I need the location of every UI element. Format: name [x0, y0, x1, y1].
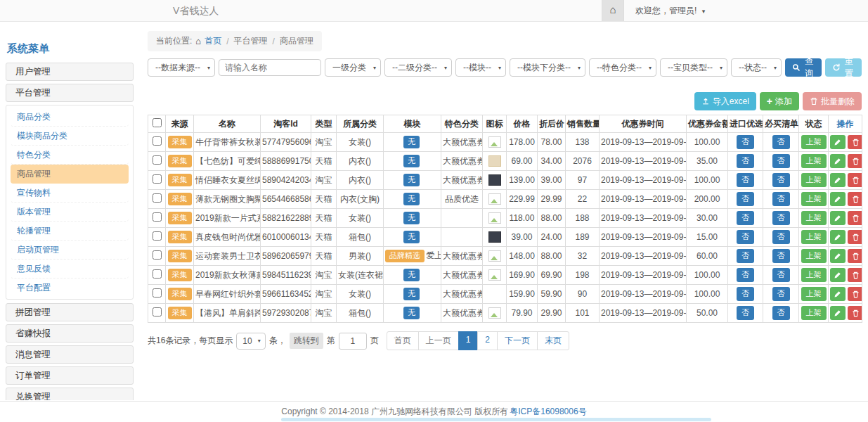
sidebar-section[interactable]: 兑换管理	[6, 388, 134, 400]
must-buy-toggle[interactable]: 否	[772, 173, 790, 186]
page-number-input[interactable]	[339, 333, 367, 350]
status-badge[interactable]: 上架	[801, 192, 827, 205]
must-buy-toggle[interactable]: 否	[772, 230, 790, 243]
breadcrumb-home-link[interactable]: 首页	[205, 35, 221, 47]
sidebar-section[interactable]: 用户管理	[6, 63, 134, 81]
reset-button[interactable]: 重置	[825, 58, 862, 77]
row-checkbox[interactable]	[153, 136, 162, 146]
filter-select-source[interactable]: --数据来源-- ▾	[148, 58, 215, 77]
filter-select[interactable]: --模块下分类-- ▾	[510, 58, 585, 77]
edit-button[interactable]	[830, 287, 846, 301]
row-checkbox[interactable]	[153, 250, 162, 260]
delete-button[interactable]	[848, 173, 862, 187]
delete-button[interactable]	[848, 230, 862, 244]
row-checkbox[interactable]	[153, 155, 162, 165]
select-all-checkbox[interactable]	[153, 118, 162, 127]
pager-button[interactable]: 下一页	[497, 331, 538, 350]
sidebar-section[interactable]: 订单管理	[6, 366, 134, 385]
edit-button[interactable]	[830, 249, 846, 263]
delete-button[interactable]	[848, 249, 862, 263]
must-buy-toggle[interactable]: 否	[772, 135, 790, 148]
sidebar-section[interactable]: 拼团管理	[6, 303, 134, 321]
status-badge[interactable]: 上架	[801, 211, 827, 224]
add-button[interactable]: + 添加	[760, 92, 799, 110]
must-buy-toggle[interactable]: 否	[772, 268, 790, 281]
status-badge[interactable]: 上架	[801, 154, 827, 167]
jump-to-button[interactable]: 跳转到	[290, 333, 323, 349]
filter-select[interactable]: --宝贝类型-- ▾	[660, 58, 727, 77]
filter-select[interactable]: --二级分类-- ▾	[384, 58, 452, 77]
sidebar-submenu-item[interactable]: 商品分类	[11, 108, 129, 127]
import-select-toggle[interactable]: 否	[737, 173, 754, 186]
delete-button[interactable]	[848, 192, 862, 206]
import-select-toggle[interactable]: 否	[737, 306, 754, 319]
import-select-toggle[interactable]: 否	[737, 211, 754, 224]
import-excel-button[interactable]: 导入excel	[694, 92, 756, 110]
must-buy-toggle[interactable]: 否	[772, 211, 790, 224]
status-badge[interactable]: 上架	[801, 135, 827, 148]
pager-button[interactable]: 首页	[387, 331, 419, 350]
pager-button[interactable]: 2	[477, 331, 498, 350]
sidebar-submenu-item[interactable]: 模块商品分类	[11, 127, 129, 146]
sidebar-section[interactable]: 省赚快报	[6, 324, 134, 343]
status-badge[interactable]: 上架	[801, 287, 827, 300]
sidebar-submenu-item[interactable]: 启动页管理	[11, 241, 129, 260]
edit-button[interactable]	[830, 135, 846, 149]
edit-button[interactable]	[830, 192, 846, 206]
import-select-toggle[interactable]: 否	[737, 135, 754, 148]
row-checkbox[interactable]	[153, 212, 162, 222]
import-select-toggle[interactable]: 否	[737, 192, 754, 205]
delete-button[interactable]	[848, 135, 862, 149]
row-checkbox[interactable]	[153, 269, 162, 279]
must-buy-toggle[interactable]: 否	[772, 192, 790, 205]
edit-button[interactable]	[830, 306, 846, 320]
delete-button[interactable]	[848, 268, 862, 282]
status-badge[interactable]: 上架	[801, 306, 827, 319]
must-buy-toggle[interactable]: 否	[772, 249, 790, 262]
delete-button[interactable]	[848, 287, 862, 301]
filter-select[interactable]: --状态-- ▾	[731, 58, 782, 77]
user-menu[interactable]: 欢迎您，管理员! ▾	[635, 0, 705, 22]
sidebar-section[interactable]: 消息管理	[6, 345, 134, 364]
filter-select[interactable]: --模块-- ▾	[455, 58, 506, 77]
filter-select[interactable]: --特色分类-- ▾	[589, 58, 656, 77]
pager-button[interactable]: 末页	[537, 331, 569, 350]
row-checkbox[interactable]	[153, 307, 162, 316]
must-buy-toggle[interactable]: 否	[772, 154, 790, 167]
home-button[interactable]: ⌂	[602, 0, 624, 21]
status-badge[interactable]: 上架	[801, 249, 827, 262]
import-select-toggle[interactable]: 否	[737, 230, 754, 243]
import-select-toggle[interactable]: 否	[737, 268, 754, 281]
row-checkbox[interactable]	[153, 193, 162, 203]
import-select-toggle[interactable]: 否	[737, 154, 754, 167]
name-search-input[interactable]	[219, 59, 321, 76]
page-size-select[interactable]: 10 ▾	[236, 333, 265, 350]
row-checkbox[interactable]	[153, 288, 162, 298]
sidebar-submenu-item[interactable]: 宣传物料	[11, 184, 129, 203]
must-buy-toggle[interactable]: 否	[772, 287, 790, 300]
sidebar-submenu-item[interactable]: 平台配置	[11, 279, 129, 297]
sidebar-submenu-item[interactable]: 版本管理	[11, 203, 129, 222]
edit-button[interactable]	[830, 173, 846, 187]
edit-button[interactable]	[830, 211, 846, 225]
pager-button[interactable]: 上一页	[418, 331, 459, 350]
edit-button[interactable]	[830, 268, 846, 282]
filter-select[interactable]: 一级分类 ▾	[325, 58, 381, 77]
sidebar-submenu-item[interactable]: 意见反馈	[11, 260, 129, 279]
sidebar-submenu-item[interactable]: 商品管理	[11, 165, 129, 184]
pager-button[interactable]: 1	[458, 331, 479, 350]
icp-link[interactable]: 粤ICP备16098006号	[510, 406, 586, 418]
delete-button[interactable]	[848, 154, 862, 168]
status-badge[interactable]: 上架	[801, 268, 827, 281]
import-select-toggle[interactable]: 否	[737, 287, 754, 300]
sidebar-submenu-item[interactable]: 轮播管理	[11, 222, 129, 241]
delete-button[interactable]	[848, 306, 862, 320]
sidebar-section[interactable]: 平台管理	[6, 84, 134, 102]
edit-button[interactable]	[830, 154, 846, 168]
import-select-toggle[interactable]: 否	[737, 249, 754, 262]
edit-button[interactable]	[830, 230, 846, 244]
search-button[interactable]: 查询	[785, 58, 822, 77]
must-buy-toggle[interactable]: 否	[772, 306, 790, 319]
sidebar-submenu-item[interactable]: 特色分类	[11, 146, 129, 165]
row-checkbox[interactable]	[153, 174, 162, 184]
